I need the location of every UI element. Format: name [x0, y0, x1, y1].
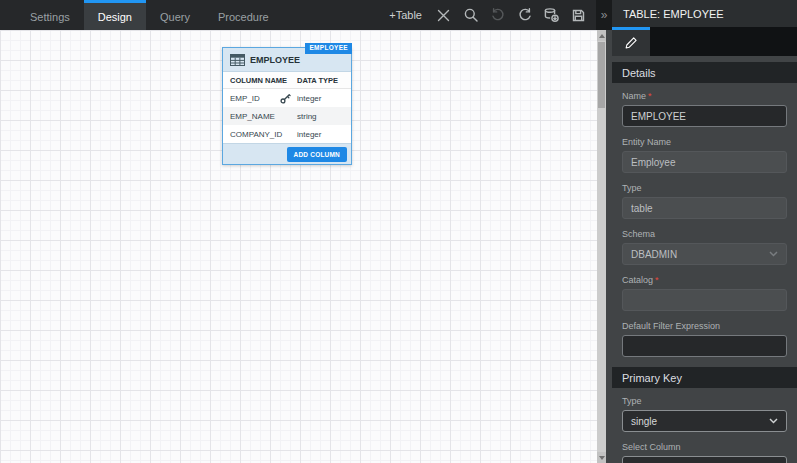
field-name: Name* [612, 91, 797, 127]
schema-label: Schema [622, 229, 787, 239]
scroll-down-arrow[interactable] [597, 452, 606, 463]
column-name-cell: EMP_NAME [223, 112, 297, 121]
panel-tabbar [612, 27, 797, 56]
entity-name-input[interactable] [622, 151, 787, 173]
tab-edit[interactable] [612, 27, 650, 56]
catalog-input[interactable] [622, 289, 787, 311]
data-type-cell: integer [297, 130, 351, 139]
table-row[interactable]: EMP_ID integer [223, 89, 351, 107]
table-row[interactable]: EMP_NAME string [223, 107, 351, 125]
tab-settings[interactable]: Settings [16, 0, 84, 30]
catalog-label: Catalog* [622, 275, 787, 285]
app-root: Settings Design Query Procedure +Table [0, 0, 797, 463]
column-name-header: COLUMN NAME [223, 76, 297, 85]
table-row[interactable]: COMPANY_ID integer [223, 125, 351, 143]
entity-card-employee[interactable]: EMPLOYEE EMPLOYEE COLUMN NAME DATA TYPE … [222, 47, 352, 165]
toolbar-actions: +Table [389, 0, 596, 30]
database-export-icon [543, 7, 560, 23]
field-entity-name: Entity Name [612, 137, 797, 173]
chevron-right-icon: » [601, 8, 608, 22]
entity-card-column-headers: COLUMN NAME DATA TYPE [223, 72, 351, 89]
field-type: Type [612, 183, 797, 219]
type-input[interactable] [622, 197, 787, 219]
collapse-panel-button[interactable]: » [596, 0, 612, 30]
required-marker: * [655, 275, 659, 285]
chevron-down-icon [769, 251, 778, 257]
primary-key-icon [280, 93, 291, 104]
delete-button[interactable] [430, 0, 457, 30]
export-database-button[interactable] [538, 0, 565, 30]
tab-design[interactable]: Design [84, 0, 146, 30]
undo-button[interactable] [484, 0, 511, 30]
close-icon [436, 8, 451, 23]
entity-card-footer: ADD COLUMN [223, 143, 351, 164]
tab-procedure[interactable]: Procedure [204, 0, 283, 30]
scroll-up-arrow[interactable] [597, 30, 606, 41]
name-label: Name* [622, 91, 787, 101]
tab-query[interactable]: Query [146, 0, 204, 30]
column-name-cell: COMPANY_ID [223, 130, 297, 139]
save-icon [571, 8, 586, 23]
chevron-down-icon [769, 418, 778, 424]
panel-title: TABLE: EMPLOYEE [612, 0, 797, 27]
type-label: Type [622, 183, 787, 193]
redo-button[interactable] [511, 0, 538, 30]
redo-icon [517, 7, 533, 23]
details-section-header: Details [612, 62, 797, 83]
schema-select[interactable]: DBADMIN [622, 243, 787, 265]
name-input[interactable] [622, 105, 787, 127]
field-pk-column: Select Column EMP_ID [612, 442, 797, 463]
field-schema: Schema DBADMIN [612, 229, 797, 265]
default-filter-input[interactable] [622, 335, 787, 357]
pk-select-column-label: Select Column [622, 442, 787, 452]
toolbar: Settings Design Query Procedure +Table [0, 0, 612, 30]
field-catalog: Catalog* [612, 275, 797, 311]
table-icon [230, 54, 245, 66]
add-table-button[interactable]: +Table [389, 9, 422, 21]
primary-key-section-header: Primary Key [612, 367, 797, 388]
required-marker: * [648, 91, 652, 101]
search-icon [463, 7, 479, 23]
search-button[interactable] [457, 0, 484, 30]
default-filter-label: Default Filter Expression [622, 321, 787, 331]
field-pk-type: Type single [612, 396, 797, 432]
save-button[interactable] [565, 0, 592, 30]
pencil-icon [624, 36, 638, 50]
design-canvas[interactable]: EMPLOYEE EMPLOYEE COLUMN NAME DATA TYPE … [0, 30, 606, 463]
entity-card-title: EMPLOYEE [250, 55, 300, 65]
pk-type-select[interactable]: single [622, 410, 787, 432]
scrollbar-thumb[interactable] [598, 42, 605, 108]
column-name-cell: EMP_ID [223, 93, 297, 104]
properties-panel: TABLE: EMPLOYEE Details Name* Entity Nam… [612, 0, 797, 463]
toolbar-tabs: Settings Design Query Procedure [16, 0, 283, 30]
data-type-cell: integer [297, 94, 351, 103]
data-type-header: DATA TYPE [297, 76, 351, 85]
add-column-button[interactable]: ADD COLUMN [287, 147, 347, 162]
pk-type-label: Type [622, 396, 787, 406]
entity-badge: EMPLOYEE [305, 43, 352, 54]
panel-body: Details Name* Entity Name Type [612, 56, 797, 463]
field-default-filter: Default Filter Expression [612, 321, 797, 357]
entity-name-label: Entity Name [622, 137, 787, 147]
pk-column-select[interactable]: EMP_ID [622, 456, 787, 463]
undo-icon [490, 7, 506, 23]
canvas-scrollbar[interactable] [597, 30, 606, 463]
data-type-cell: string [297, 112, 351, 121]
